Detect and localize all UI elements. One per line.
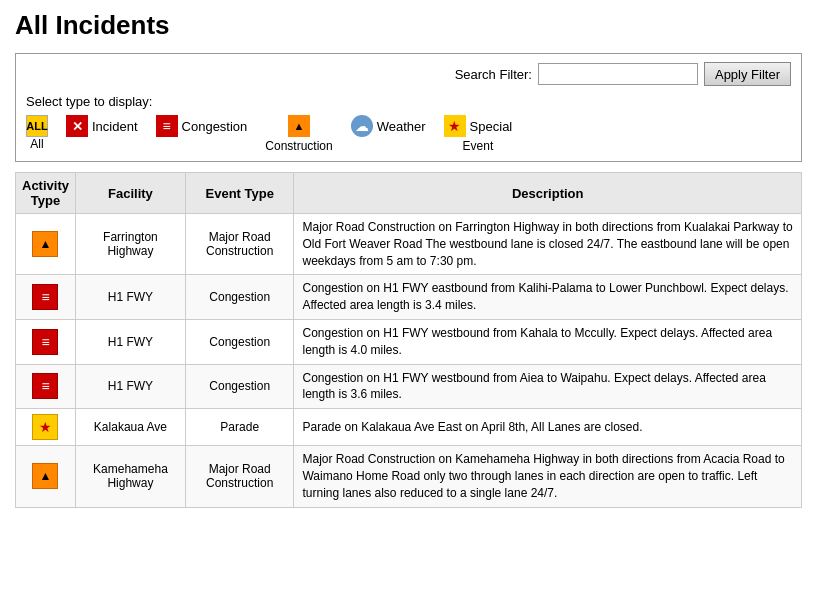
congestion-row-icon <box>32 329 58 355</box>
event-type-cell: Congestion <box>185 319 294 364</box>
type-label-construction: Construction <box>265 139 332 153</box>
facility-cell: Farrington Highway <box>75 214 185 275</box>
event-type-cell: Major Road Construction <box>185 446 294 507</box>
all-icon: ALL <box>26 115 48 137</box>
facility-cell: Kamehameha Highway <box>75 446 185 507</box>
filter-box: Search Filter: Apply Filter Select type … <box>15 53 802 162</box>
activity-type-cell <box>16 364 76 409</box>
search-row: Search Filter: Apply Filter <box>26 62 791 86</box>
table-row: H1 FWYCongestionCongestion on H1 FWY wes… <box>16 319 802 364</box>
search-filter-label: Search Filter: <box>455 67 532 82</box>
description-cell: Major Road Construction on Farrington Hi… <box>294 214 802 275</box>
construction-icon <box>288 115 310 137</box>
col-description: Description <box>294 173 802 214</box>
facility-cell: H1 FWY <box>75 275 185 320</box>
table-header-row: ActivityType Facility Event Type Descrip… <box>16 173 802 214</box>
type-filter-construction[interactable]: Construction <box>265 115 332 153</box>
event-type-cell: Congestion <box>185 364 294 409</box>
facility-cell: H1 FWY <box>75 364 185 409</box>
activity-type-cell <box>16 409 76 446</box>
description-cell: Parade on Kalakaua Ave East on April 8th… <box>294 409 802 446</box>
congestion-row-icon <box>32 373 58 399</box>
activity-type-cell <box>16 275 76 320</box>
event-type-cell: Major Road Construction <box>185 214 294 275</box>
construction-row-icon <box>32 463 58 489</box>
description-cell: Congestion on H1 FWY westbound from Aiea… <box>294 364 802 409</box>
activity-type-cell <box>16 214 76 275</box>
activity-type-cell <box>16 446 76 507</box>
special-icon <box>444 115 466 137</box>
event-type-cell: Parade <box>185 409 294 446</box>
type-label-weather: Weather <box>377 119 426 134</box>
type-label-special: Special <box>470 119 513 134</box>
type-label-incident: Incident <box>92 119 138 134</box>
type-filter-special[interactable]: Special Event <box>444 115 513 153</box>
type-label-all: All <box>30 137 43 151</box>
event-type-cell: Congestion <box>185 275 294 320</box>
activity-type-cell <box>16 319 76 364</box>
incidents-table: ActivityType Facility Event Type Descrip… <box>15 172 802 508</box>
col-activity-type: ActivityType <box>16 173 76 214</box>
incident-icon <box>66 115 88 137</box>
congestion-icon <box>156 115 178 137</box>
facility-cell: Kalakaua Ave <box>75 409 185 446</box>
type-label-congestion: Congestion <box>182 119 248 134</box>
weather-icon <box>351 115 373 137</box>
col-event-type: Event Type <box>185 173 294 214</box>
special-row-icon <box>32 414 58 440</box>
table-row: H1 FWYCongestionCongestion on H1 FWY eas… <box>16 275 802 320</box>
description-cell: Congestion on H1 FWY westbound from Kaha… <box>294 319 802 364</box>
table-row: H1 FWYCongestionCongestion on H1 FWY wes… <box>16 364 802 409</box>
apply-filter-button[interactable]: Apply Filter <box>704 62 791 86</box>
page-container: All Incidents Search Filter: Apply Filte… <box>0 0 817 524</box>
col-facility: Facility <box>75 173 185 214</box>
type-filter-weather[interactable]: Weather <box>351 115 426 137</box>
type-label-special2: Event <box>463 139 494 153</box>
congestion-row-icon <box>32 284 58 310</box>
type-icons-row: ALL All Incident Congestion <box>26 115 791 153</box>
type-filter-incident[interactable]: Incident <box>66 115 138 137</box>
facility-cell: H1 FWY <box>75 319 185 364</box>
search-input[interactable] <box>538 63 698 85</box>
page-title: All Incidents <box>15 10 802 41</box>
description-cell: Congestion on H1 FWY eastbound from Kali… <box>294 275 802 320</box>
type-select-label: Select type to display: <box>26 94 791 109</box>
type-filter-all[interactable]: ALL All <box>26 115 48 151</box>
table-row: Kalakaua AveParadeParade on Kalakaua Ave… <box>16 409 802 446</box>
table-row: Kamehameha HighwayMajor Road Constructio… <box>16 446 802 507</box>
description-cell: Major Road Construction on Kamehameha Hi… <box>294 446 802 507</box>
type-filter-congestion[interactable]: Congestion <box>156 115 248 137</box>
table-row: Farrington HighwayMajor Road Constructio… <box>16 214 802 275</box>
construction-row-icon <box>32 231 58 257</box>
